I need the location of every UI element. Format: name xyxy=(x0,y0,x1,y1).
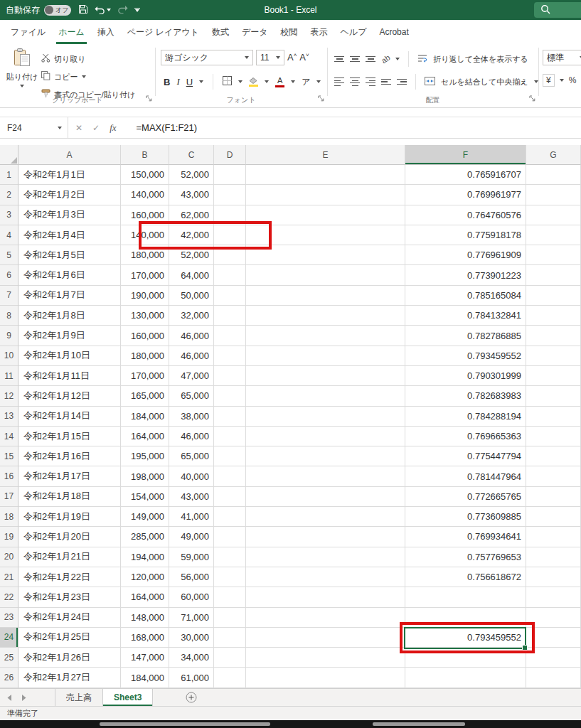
ribbon-tab-校閲[interactable]: 校閲 xyxy=(274,20,304,44)
cell-E19[interactable] xyxy=(246,527,405,547)
cell-D7[interactable] xyxy=(214,286,246,306)
cell-G23[interactable] xyxy=(526,608,581,628)
sheet-tab-Sheet3[interactable]: Sheet3 xyxy=(103,689,153,706)
text-orientation-button[interactable]: ab xyxy=(380,53,392,65)
cell-G19[interactable] xyxy=(526,527,581,547)
cut-button[interactable]: 切り取り xyxy=(41,53,135,65)
cell-G12[interactable] xyxy=(526,386,581,406)
cell-D8[interactable] xyxy=(214,306,246,326)
orientation-dropdown-icon[interactable] xyxy=(395,58,400,60)
cell-D9[interactable] xyxy=(214,326,246,346)
percent-style-button[interactable]: % xyxy=(569,75,577,85)
autosave-toggle[interactable]: 自動保存 オフ xyxy=(6,4,71,16)
font-name-select[interactable]: 游ゴシック xyxy=(161,50,253,65)
column-header-E[interactable]: E xyxy=(246,145,405,165)
cell-B16[interactable]: 198,000 xyxy=(121,466,169,486)
new-sheet-button[interactable] xyxy=(186,689,197,706)
column-header-C[interactable]: C xyxy=(169,145,214,165)
cell-B25[interactable]: 147,000 xyxy=(121,648,169,668)
cell-A22[interactable]: 令和2年1月23日 xyxy=(18,587,121,607)
cell-B22[interactable]: 164,000 xyxy=(121,587,169,607)
cell-B17[interactable]: 154,000 xyxy=(121,487,169,507)
cell-C11[interactable]: 47,000 xyxy=(169,366,214,386)
row-header-24[interactable]: 24 xyxy=(0,628,18,648)
row-header-9[interactable]: 9 xyxy=(0,326,18,346)
customize-qat-icon[interactable] xyxy=(134,8,140,12)
cell-F3[interactable]: 0.764760576 xyxy=(405,205,526,225)
cell-C24[interactable]: 30,000 xyxy=(169,628,214,648)
ribbon-tab-表示[interactable]: 表示 xyxy=(304,20,334,44)
cell-B24[interactable]: 168,000 xyxy=(121,628,169,648)
cell-A9[interactable]: 令和2年1月9日 xyxy=(18,326,121,346)
fill-color-button[interactable] xyxy=(249,77,258,87)
cell-F11[interactable]: 0.790301999 xyxy=(405,366,526,386)
cell-B6[interactable]: 170,000 xyxy=(121,265,169,285)
underline-dropdown-icon[interactable] xyxy=(199,80,203,83)
cell-C23[interactable]: 71,000 xyxy=(169,608,214,628)
cell-G8[interactable] xyxy=(526,306,581,326)
paste-button[interactable]: 貼り付け xyxy=(6,48,38,87)
row-header-19[interactable]: 19 xyxy=(0,527,18,547)
cell-G16[interactable] xyxy=(526,466,581,486)
cell-C25[interactable]: 34,000 xyxy=(169,648,214,668)
cell-G21[interactable] xyxy=(526,567,581,587)
cell-C15[interactable]: 65,000 xyxy=(169,446,214,466)
cell-G13[interactable] xyxy=(526,407,581,427)
column-header-B[interactable]: B xyxy=(121,145,169,165)
column-header-D[interactable]: D xyxy=(214,145,246,165)
cell-F1[interactable]: 0.765916707 xyxy=(405,165,526,185)
cell-A15[interactable]: 令和2年1月16日 xyxy=(18,446,121,466)
cell-F12[interactable]: 0.782683983 xyxy=(405,386,526,406)
borders-icon[interactable] xyxy=(223,75,232,88)
cell-C21[interactable]: 56,000 xyxy=(169,567,214,587)
align-left-icon[interactable] xyxy=(334,77,344,86)
cell-E17[interactable] xyxy=(246,487,405,507)
cell-A6[interactable]: 令和2年1月6日 xyxy=(18,265,121,285)
increase-indent-icon[interactable] xyxy=(397,79,407,85)
cell-F21[interactable]: 0.756618672 xyxy=(405,567,526,587)
cell-D16[interactable] xyxy=(214,466,246,486)
font-color-dropdown-icon[interactable] xyxy=(291,80,295,83)
bold-button[interactable]: B xyxy=(164,77,170,87)
row-header-21[interactable]: 21 xyxy=(0,567,18,587)
cell-F22[interactable] xyxy=(405,587,526,607)
cell-F4[interactable]: 0.775918178 xyxy=(405,225,526,245)
cell-C2[interactable]: 43,000 xyxy=(169,185,214,205)
row-header-13[interactable]: 13 xyxy=(0,407,18,427)
cell-B19[interactable]: 285,000 xyxy=(121,527,169,547)
column-header-F[interactable]: F xyxy=(405,145,526,165)
cell-E18[interactable] xyxy=(246,507,405,527)
cell-E25[interactable] xyxy=(246,648,405,668)
align-center-icon[interactable] xyxy=(350,77,360,86)
row-header-16[interactable]: 16 xyxy=(0,466,18,486)
cell-G7[interactable] xyxy=(526,286,581,306)
cell-A17[interactable]: 令和2年1月18日 xyxy=(18,487,121,507)
insert-function-icon[interactable]: fx xyxy=(110,122,116,134)
cell-F17[interactable]: 0.772665765 xyxy=(405,487,526,507)
ribbon-tab-ファイル[interactable]: ファイル xyxy=(4,20,52,44)
cell-E22[interactable] xyxy=(246,587,405,607)
ribbon-tab-Acrobat[interactable]: Acrobat xyxy=(373,20,415,44)
cell-E23[interactable] xyxy=(246,608,405,628)
undo-icon[interactable] xyxy=(95,6,111,14)
search-box[interactable] xyxy=(534,2,581,18)
cell-G24[interactable] xyxy=(526,628,581,648)
row-header-1[interactable]: 1 xyxy=(0,165,18,185)
cell-C6[interactable]: 64,000 xyxy=(169,265,214,285)
cell-A13[interactable]: 令和2年1月14日 xyxy=(18,407,121,427)
cell-A23[interactable]: 令和2年1月24日 xyxy=(18,608,121,628)
sheet-tab-売上高[interactable]: 売上高 xyxy=(55,689,103,706)
cell-B21[interactable]: 120,000 xyxy=(121,567,169,587)
ribbon-tab-挿入[interactable]: 挿入 xyxy=(91,20,121,44)
cell-C20[interactable]: 59,000 xyxy=(169,547,214,567)
cell-A8[interactable]: 令和2年1月8日 xyxy=(18,306,121,326)
cell-C17[interactable]: 43,000 xyxy=(169,487,214,507)
cell-B18[interactable]: 149,000 xyxy=(121,507,169,527)
row-header-6[interactable]: 6 xyxy=(0,265,18,285)
cell-A1[interactable]: 令和2年1月1日 xyxy=(18,165,121,185)
cell-D14[interactable] xyxy=(214,427,246,446)
font-dialog-launcher-icon[interactable] xyxy=(318,92,324,105)
cell-G25[interactable] xyxy=(526,648,581,668)
paste-dropdown-icon[interactable] xyxy=(20,85,24,87)
cell-G26[interactable] xyxy=(526,668,581,687)
